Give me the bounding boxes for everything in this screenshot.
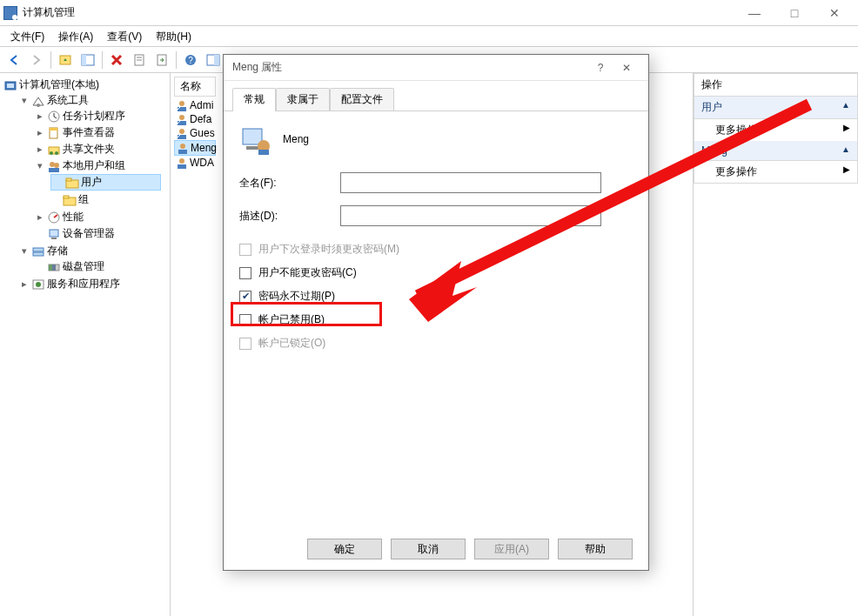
export-button[interactable] [151,50,172,70]
svg-rect-48 [246,146,258,150]
chk-label: 帐户已禁用(B) [258,312,325,327]
checkbox-icon [239,338,251,350]
tree-device-manager[interactable]: 设备管理器 [35,226,163,241]
menu-help[interactable]: 帮助(H) [149,26,198,47]
expander-icon[interactable]: ▾ [19,245,30,257]
description-label: 描述(D): [239,209,340,224]
checkbox-icon[interactable] [239,314,251,326]
svg-point-36 [36,282,41,287]
ok-button[interactable]: 确定 [307,539,382,559]
tree-event-viewer[interactable]: ▸事件查看器 [35,125,163,140]
tree-label: 系统工具 [47,93,89,108]
tree-label: 用户 [81,175,102,190]
help-button[interactable]: 帮助 [558,539,633,559]
chevron-right-icon: ▶ [843,164,850,179]
list-item[interactable]: Gues [174,126,216,140]
tree-label: 事件查看器 [63,125,115,140]
dialog-close-button[interactable]: ✕ [613,62,640,74]
close-button[interactable]: ✕ [814,0,855,26]
dialog-help-button[interactable]: ? [587,62,613,74]
tree-sys-tools[interactable]: ▾ 系统工具 [19,93,164,108]
expander-icon[interactable]: ▾ [35,160,45,171]
actions-pane: 操作 用户 ▲ 更多操作 ▶ Meng ▲ 更多操作 ▶ [693,73,858,616]
tree-label: 组 [78,192,89,207]
tree-label: 任务计划程序 [63,109,125,124]
tree-label: 服务和应用程序 [47,277,120,291]
back-button[interactable] [3,50,24,70]
refresh-button[interactable] [203,50,224,70]
list-header-name[interactable]: 名称 [174,77,216,97]
chk-cannot-change[interactable]: 用户不能更改密码(C) [239,265,633,280]
menu-view[interactable]: 查看(V) [100,26,149,47]
actions-more-users[interactable]: 更多操作 ▶ [694,119,857,141]
chk-label: 帐户已锁定(O) [258,336,325,351]
actions-more-meng[interactable]: 更多操作 ▶ [694,161,857,183]
tree-local-users[interactable]: ▾本地用户和组 [35,158,163,173]
delete-button[interactable] [106,50,127,70]
properties-button[interactable] [129,50,150,70]
actions-item-label: 更多操作 [715,123,757,137]
svg-rect-10 [214,55,219,65]
list-item[interactable]: Meng [174,140,216,156]
fullname-input[interactable] [340,172,601,193]
expander-icon[interactable]: ▸ [35,110,45,122]
tree-task-scheduler[interactable]: ▸任务计划程序 [35,109,163,124]
tree-performance[interactable]: ▸性能 [35,210,163,224]
checkbox-icon [239,244,251,256]
svg-rect-42 [178,135,186,139]
list-item[interactable]: WDA [174,156,216,170]
tree-root-label: 计算机管理(本地) [19,77,99,92]
svg-point-37 [179,101,184,106]
expander-icon[interactable]: ▸ [19,278,30,290]
actions-group-label: Meng [701,144,727,157]
forward-button[interactable] [26,50,47,70]
tree-users[interactable]: 用户 [50,174,161,191]
svg-point-13 [37,104,40,107]
svg-point-18 [50,151,53,155]
dialog-tabs: 常规 隶属于 配置文件 [224,81,648,111]
tree-disk-management[interactable]: 磁盘管理 [35,259,163,274]
properties-dialog: Meng 属性 ? ✕ 常规 隶属于 配置文件 Meng 全名(F): 描述(D… [223,54,649,571]
checkbox-icon[interactable] [239,267,251,279]
chk-label: 密码永不过期(P) [258,289,335,304]
description-input[interactable] [340,205,601,226]
svg-rect-44 [178,150,187,154]
collapse-icon: ▲ [841,144,850,157]
svg-rect-22 [49,168,59,172]
apply-button[interactable]: 应用(A) [474,539,549,559]
cancel-button[interactable]: 取消 [391,539,466,559]
maximize-button[interactable]: □ [774,0,814,26]
actions-group-users[interactable]: 用户 ▲ [694,97,857,119]
tab-general[interactable]: 常规 [232,88,276,110]
chk-disabled[interactable]: 帐户已禁用(B) [239,312,633,327]
tree-label: 本地用户和组 [63,158,125,173]
tree-groups[interactable]: 组 [50,192,161,207]
actions-group-meng[interactable]: Meng ▲ [694,141,857,161]
svg-rect-31 [33,252,44,256]
tree-storage[interactable]: ▾存储 [19,244,164,258]
tree-services[interactable]: ▸服务和应用程序 [19,277,164,291]
tree-pane: 计算机管理(本地) ▾ 系统工具 ▸任务计划程序 ▸事件查看器 ▸共享文件夹 [0,73,171,616]
minimize-button[interactable]: — [734,0,774,26]
tree-label: 设备管理器 [63,226,115,241]
help-button[interactable]: ? [180,50,201,70]
svg-rect-29 [51,238,57,239]
tab-member[interactable]: 隶属于 [276,88,330,110]
show-hide-button[interactable] [77,50,98,70]
expander-icon[interactable]: ▾ [19,95,30,106]
menu-action[interactable]: 操作(A) [51,26,100,47]
actions-title: 操作 [694,74,857,97]
menu-file[interactable]: 文件(F) [3,26,51,47]
list-item[interactable]: Defa [174,112,216,126]
tree-shared-folders[interactable]: ▸共享文件夹 [35,142,163,157]
expander-icon[interactable]: ▸ [35,127,45,138]
list-item[interactable]: Admi [174,98,216,112]
checkbox-icon[interactable] [239,291,251,303]
chk-never-expire[interactable]: 密码永不过期(P) [239,289,633,304]
expander-icon[interactable]: ▸ [35,144,45,155]
expander-icon[interactable]: ▸ [35,211,45,223]
tab-profile[interactable]: 配置文件 [330,88,394,110]
up-button[interactable] [55,50,76,70]
svg-point-45 [179,158,184,164]
tree-root[interactable]: 计算机管理(本地) [3,77,166,92]
